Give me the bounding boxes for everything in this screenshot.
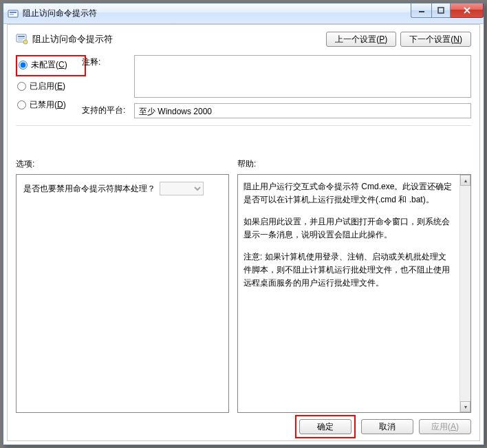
dialog-window: 阻止访问命令提示符 阻止访问命 — [3, 3, 484, 445]
radio-enabled[interactable]: 已启用(E) — [17, 81, 82, 92]
previous-setting-button[interactable]: 上一个设置(P) — [326, 32, 396, 47]
separator — [16, 125, 471, 126]
radio-not-configured[interactable]: 未配置(C) — [19, 59, 80, 71]
titlebar[interactable]: 阻止访问命令提示符 — [3, 3, 484, 24]
platform-label: 支持的平台: — [82, 103, 130, 116]
svg-rect-7 — [18, 38, 25, 39]
ok-highlight: 确定 — [295, 415, 356, 438]
options-header: 选项: — [16, 154, 229, 170]
script-processing-select[interactable] — [160, 182, 204, 195]
comment-textarea[interactable] — [134, 55, 471, 98]
supported-platform-value: 至少 Windows 2000 — [134, 103, 471, 118]
svg-rect-1 — [10, 12, 17, 13]
help-scrollbar[interactable]: ▴ ▾ — [459, 175, 470, 412]
radio-disabled-input[interactable] — [17, 100, 26, 109]
ok-button[interactable]: 确定 — [299, 419, 351, 434]
app-icon — [8, 8, 19, 19]
svg-point-9 — [23, 40, 28, 44]
scroll-down-button[interactable]: ▾ — [460, 401, 470, 412]
options-panel: 是否也要禁用命令提示符脚本处理？ — [16, 174, 229, 413]
window-title: 阻止访问命令提示符 — [23, 8, 97, 19]
minimize-button[interactable] — [411, 3, 431, 18]
footer: 确定 取消 应用(A) — [8, 413, 479, 440]
lower-panels: 选项: 是否也要禁用命令提示符脚本处理？ 帮助: 阻止用户运行交互式命令提示符 … — [8, 154, 479, 413]
close-button[interactable] — [451, 3, 484, 18]
help-panel: 阻止用户运行交互式命令提示符 Cmd.exe。此设置还确定是否可以在计算机上运行… — [237, 174, 471, 413]
apply-button[interactable]: 应用(A) — [419, 419, 471, 434]
header-row: 阻止访问命令提示符 上一个设置(P) 下一个设置(N) — [8, 25, 479, 52]
config-section: 未配置(C) 已启用(E) 已禁用(D) 注释: 支持的平台 — [8, 52, 479, 121]
comment-label: 注释: — [82, 55, 130, 68]
maximize-button[interactable] — [431, 3, 451, 18]
cancel-button[interactable]: 取消 — [361, 419, 413, 434]
help-text: 阻止用户运行交互式命令提示符 Cmd.exe。此设置还确定是否可以在计算机上运行… — [238, 175, 459, 412]
svg-rect-3 — [419, 11, 424, 12]
svg-rect-8 — [18, 40, 23, 41]
svg-rect-4 — [438, 8, 444, 13]
client-area: 阻止访问命令提示符 上一个设置(P) 下一个设置(N) 未配置(C) — [7, 24, 480, 441]
next-setting-button[interactable]: 下一个设置(N) — [400, 32, 471, 47]
svg-rect-6 — [18, 36, 25, 37]
not-configured-highlight: 未配置(C) — [16, 55, 86, 76]
help-header: 帮助: — [237, 154, 471, 170]
radio-disabled[interactable]: 已禁用(D) — [17, 99, 82, 111]
option-question: 是否也要禁用命令提示符脚本处理？ — [23, 183, 155, 195]
radio-enabled-input[interactable] — [17, 82, 26, 91]
policy-icon — [16, 33, 28, 45]
svg-rect-2 — [10, 14, 14, 15]
radio-not-configured-input[interactable] — [19, 61, 28, 70]
policy-title: 阻止访问命令提示符 — [32, 33, 326, 45]
scroll-up-button[interactable]: ▴ — [460, 175, 470, 186]
